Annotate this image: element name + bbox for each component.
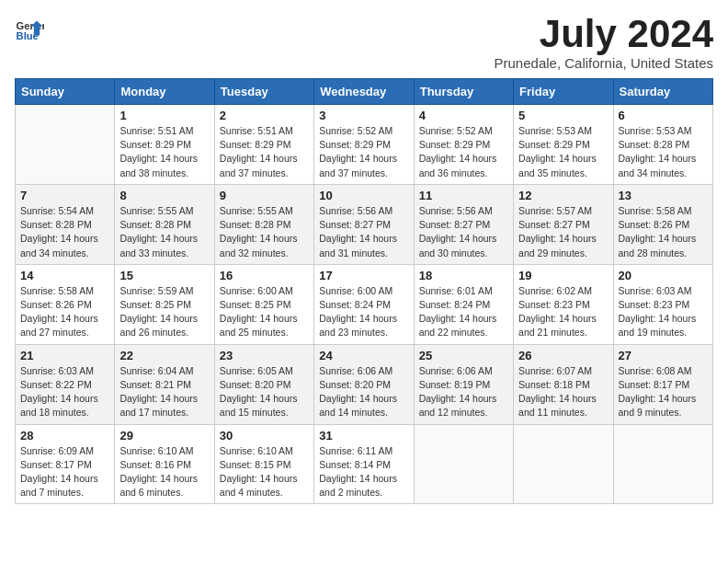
day-info: Sunrise: 5:51 AMSunset: 8:29 PMDaylight:…	[220, 124, 309, 180]
day-info: Sunrise: 5:52 AMSunset: 8:29 PMDaylight:…	[319, 124, 408, 180]
day-number: 12	[518, 189, 608, 202]
month-title: July 2024	[495, 15, 713, 53]
calendar-day-cell: 25Sunrise: 6:06 AMSunset: 8:19 PMDayligh…	[414, 344, 513, 424]
day-info: Sunrise: 6:02 AMSunset: 8:23 PMDaylight:…	[518, 284, 608, 340]
day-number: 26	[518, 349, 608, 362]
header-cell-wednesday: Wednesday	[314, 79, 414, 105]
day-info: Sunrise: 6:05 AMSunset: 8:20 PMDaylight:…	[220, 364, 309, 420]
day-info: Sunrise: 5:53 AMSunset: 8:28 PMDaylight:…	[619, 124, 708, 180]
day-number: 13	[619, 189, 708, 202]
calendar-day-cell: 28Sunrise: 6:09 AMSunset: 8:17 PMDayligh…	[16, 424, 115, 504]
calendar-day-cell: 2Sunrise: 5:51 AMSunset: 8:29 PMDaylight…	[214, 105, 313, 185]
day-number: 2	[220, 109, 309, 122]
day-number: 4	[419, 109, 508, 122]
calendar-day-cell: 5Sunrise: 5:53 AMSunset: 8:29 PMDaylight…	[514, 105, 613, 185]
day-number: 11	[419, 189, 508, 202]
calendar-day-cell: 6Sunrise: 5:53 AMSunset: 8:28 PMDaylight…	[613, 105, 712, 185]
day-info: Sunrise: 6:06 AMSunset: 8:20 PMDaylight:…	[319, 364, 408, 420]
calendar-day-cell: 3Sunrise: 5:52 AMSunset: 8:29 PMDaylight…	[314, 105, 414, 185]
day-number: 27	[619, 349, 708, 362]
day-info: Sunrise: 5:53 AMSunset: 8:29 PMDaylight:…	[518, 124, 608, 180]
calendar-day-cell: 22Sunrise: 6:04 AMSunset: 8:21 PMDayligh…	[115, 344, 214, 424]
calendar-day-cell: 9Sunrise: 5:55 AMSunset: 8:28 PMDaylight…	[214, 184, 313, 264]
calendar-day-cell: 16Sunrise: 6:00 AMSunset: 8:25 PMDayligh…	[214, 264, 313, 344]
calendar-day-cell: 13Sunrise: 5:58 AMSunset: 8:26 PMDayligh…	[613, 184, 712, 264]
day-number: 20	[619, 269, 708, 282]
calendar-day-cell	[414, 424, 513, 504]
calendar-day-cell: 7Sunrise: 5:54 AMSunset: 8:28 PMDaylight…	[16, 184, 115, 264]
day-number: 18	[419, 269, 508, 282]
header-cell-tuesday: Tuesday	[214, 79, 313, 105]
day-info: Sunrise: 6:00 AMSunset: 8:25 PMDaylight:…	[220, 284, 309, 340]
day-info: Sunrise: 6:04 AMSunset: 8:21 PMDaylight:…	[119, 364, 209, 420]
day-number: 19	[518, 269, 608, 282]
calendar-day-cell: 24Sunrise: 6:06 AMSunset: 8:20 PMDayligh…	[314, 344, 414, 424]
day-info: Sunrise: 6:00 AMSunset: 8:24 PMDaylight:…	[319, 284, 408, 340]
day-number: 30	[220, 429, 309, 442]
calendar-day-cell: 29Sunrise: 6:10 AMSunset: 8:16 PMDayligh…	[115, 424, 214, 504]
day-info: Sunrise: 6:03 AMSunset: 8:23 PMDaylight:…	[619, 284, 708, 340]
day-info: Sunrise: 6:09 AMSunset: 8:17 PMDaylight:…	[20, 444, 109, 500]
day-number: 10	[319, 189, 408, 202]
calendar-day-cell	[613, 424, 712, 504]
calendar-day-cell: 14Sunrise: 5:58 AMSunset: 8:26 PMDayligh…	[16, 264, 115, 344]
day-info: Sunrise: 5:52 AMSunset: 8:29 PMDaylight:…	[419, 124, 508, 180]
calendar-day-cell: 4Sunrise: 5:52 AMSunset: 8:29 PMDaylight…	[414, 105, 513, 185]
day-info: Sunrise: 5:55 AMSunset: 8:28 PMDaylight:…	[220, 204, 309, 260]
calendar-day-cell: 8Sunrise: 5:55 AMSunset: 8:28 PMDaylight…	[115, 184, 214, 264]
calendar-day-cell: 15Sunrise: 5:59 AMSunset: 8:25 PMDayligh…	[115, 264, 214, 344]
day-info: Sunrise: 6:08 AMSunset: 8:17 PMDaylight:…	[619, 364, 708, 420]
header-cell-thursday: Thursday	[414, 79, 513, 105]
day-number: 7	[20, 189, 109, 202]
day-number: 15	[119, 269, 209, 282]
day-number: 21	[20, 349, 109, 362]
calendar-week-row: 21Sunrise: 6:03 AMSunset: 8:22 PMDayligh…	[16, 344, 713, 424]
day-number: 6	[619, 109, 708, 122]
day-info: Sunrise: 6:07 AMSunset: 8:18 PMDaylight:…	[518, 364, 608, 420]
day-info: Sunrise: 5:58 AMSunset: 8:26 PMDaylight:…	[619, 204, 708, 260]
day-number: 23	[220, 349, 309, 362]
day-info: Sunrise: 5:58 AMSunset: 8:26 PMDaylight:…	[20, 284, 109, 340]
calendar-day-cell: 12Sunrise: 5:57 AMSunset: 8:27 PMDayligh…	[514, 184, 613, 264]
calendar-week-row: 7Sunrise: 5:54 AMSunset: 8:28 PMDaylight…	[16, 184, 713, 264]
calendar-table: SundayMondayTuesdayWednesdayThursdayFrid…	[15, 78, 713, 504]
day-info: Sunrise: 6:10 AMSunset: 8:15 PMDaylight:…	[220, 444, 309, 500]
day-info: Sunrise: 6:03 AMSunset: 8:22 PMDaylight:…	[20, 364, 109, 420]
calendar-day-cell: 21Sunrise: 6:03 AMSunset: 8:22 PMDayligh…	[16, 344, 115, 424]
calendar-day-cell: 27Sunrise: 6:08 AMSunset: 8:17 PMDayligh…	[613, 344, 712, 424]
day-number: 3	[319, 109, 408, 122]
calendar-header: SundayMondayTuesdayWednesdayThursdayFrid…	[16, 79, 713, 105]
calendar-day-cell	[514, 424, 613, 504]
day-info: Sunrise: 5:56 AMSunset: 8:27 PMDaylight:…	[319, 204, 408, 260]
header-cell-monday: Monday	[115, 79, 214, 105]
day-info: Sunrise: 6:06 AMSunset: 8:19 PMDaylight:…	[419, 364, 508, 420]
calendar-day-cell: 18Sunrise: 6:01 AMSunset: 8:24 PMDayligh…	[414, 264, 513, 344]
calendar-day-cell: 30Sunrise: 6:10 AMSunset: 8:15 PMDayligh…	[214, 424, 313, 504]
calendar-week-row: 1Sunrise: 5:51 AMSunset: 8:29 PMDaylight…	[16, 105, 713, 185]
header-cell-saturday: Saturday	[613, 79, 712, 105]
day-info: Sunrise: 6:10 AMSunset: 8:16 PMDaylight:…	[119, 444, 209, 500]
day-number: 24	[319, 349, 408, 362]
day-info: Sunrise: 6:01 AMSunset: 8:24 PMDaylight:…	[419, 284, 508, 340]
header-cell-sunday: Sunday	[16, 79, 115, 105]
calendar-day-cell: 17Sunrise: 6:00 AMSunset: 8:24 PMDayligh…	[314, 264, 414, 344]
location-subtitle: Prunedale, California, United States	[495, 55, 713, 71]
day-number: 29	[119, 429, 209, 442]
calendar-day-cell	[16, 105, 115, 185]
day-number: 31	[319, 429, 408, 442]
day-info: Sunrise: 5:55 AMSunset: 8:28 PMDaylight:…	[119, 204, 209, 260]
day-number: 8	[119, 189, 209, 202]
day-number: 22	[119, 349, 209, 362]
day-number: 25	[419, 349, 508, 362]
calendar-day-cell: 10Sunrise: 5:56 AMSunset: 8:27 PMDayligh…	[314, 184, 414, 264]
calendar-day-cell: 23Sunrise: 6:05 AMSunset: 8:20 PMDayligh…	[214, 344, 313, 424]
header-row: SundayMondayTuesdayWednesdayThursdayFrid…	[16, 79, 713, 105]
calendar-day-cell: 1Sunrise: 5:51 AMSunset: 8:29 PMDaylight…	[115, 105, 214, 185]
day-info: Sunrise: 5:57 AMSunset: 8:27 PMDaylight:…	[518, 204, 608, 260]
logo: General Blue	[15, 15, 44, 44]
header-cell-friday: Friday	[514, 79, 613, 105]
calendar-day-cell: 19Sunrise: 6:02 AMSunset: 8:23 PMDayligh…	[514, 264, 613, 344]
calendar-day-cell: 20Sunrise: 6:03 AMSunset: 8:23 PMDayligh…	[613, 264, 712, 344]
calendar-body: 1Sunrise: 5:51 AMSunset: 8:29 PMDaylight…	[16, 105, 713, 504]
title-area: July 2024 Prunedale, California, United …	[495, 15, 713, 71]
